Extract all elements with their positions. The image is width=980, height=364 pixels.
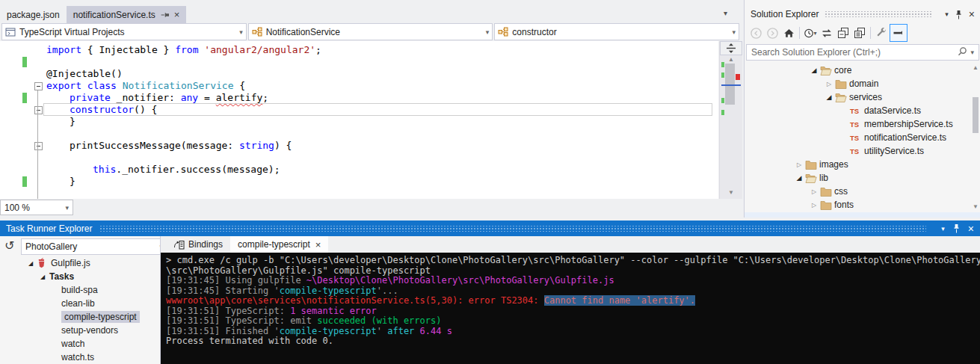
expanded-arrow-icon[interactable]: ◢: [793, 174, 805, 182]
pending-changes-icon[interactable]: ▾: [802, 25, 819, 41]
collapsed-arrow-icon[interactable]: ▷: [823, 81, 835, 87]
profile-dropdown-value: PhotoGallery: [25, 241, 156, 252]
scroll-down-icon[interactable]: ▼: [720, 189, 742, 196]
task-item-compile-typescript[interactable]: compile-typescript: [0, 310, 160, 324]
collapse-region-icon[interactable]: [34, 106, 43, 114]
task-item-watch[interactable]: watch: [0, 337, 160, 351]
window-position-chevron-icon[interactable]: ▾: [945, 10, 949, 18]
code-line[interactable]: constructor() {: [0, 104, 718, 116]
item-label: notificationService.ts: [864, 132, 946, 143]
solution-item-css[interactable]: ▷css: [745, 185, 970, 198]
code-line[interactable]: [0, 188, 718, 199]
solution-item-dataService.ts[interactable]: TSdataService.ts: [745, 104, 970, 117]
window-position-chevron-icon[interactable]: ▾: [941, 225, 945, 232]
search-icon[interactable]: [958, 46, 967, 58]
task-console-output[interactable]: > cmd.exe /c gulp -b "C:\Users\developer…: [161, 253, 980, 364]
refresh-icon[interactable]: ↻: [4, 238, 14, 253]
editor-vertical-scrollbar[interactable]: ▲ ▼: [719, 41, 742, 199]
expanded-arrow-icon[interactable]: ◢: [823, 93, 835, 101]
item-label: core: [834, 65, 851, 75]
solution-item-images[interactable]: ▷images: [745, 158, 970, 171]
drag-grip[interactable]: [825, 11, 933, 17]
output-tab-Bindings[interactable]: Bindings: [166, 236, 230, 253]
task-runner-explorer-panel: Task Runner Explorer ▾ × ↻ PhotoGallery …: [0, 220, 980, 364]
pin-icon[interactable]: [952, 223, 961, 233]
code-line[interactable]: [0, 152, 718, 164]
member-dropdown[interactable]: constructor ▾: [494, 23, 739, 40]
zoom-select[interactable]: 100 % ▾: [0, 200, 73, 215]
folder-icon: [820, 187, 834, 197]
close-icon[interactable]: ×: [969, 8, 975, 20]
solution-explorer-titlebar[interactable]: Solution Explorer ▾ ×: [745, 6, 980, 22]
pin-icon[interactable]: [161, 11, 170, 19]
item-label: css: [834, 186, 848, 197]
close-icon[interactable]: ×: [315, 240, 321, 250]
solution-item-services[interactable]: ◢services: [745, 90, 970, 104]
collapsed-arrow-icon[interactable]: ▷: [793, 161, 805, 168]
task-item-watch.ts[interactable]: watch.ts: [0, 351, 160, 364]
code-line[interactable]: }: [0, 176, 718, 188]
code-line[interactable]: @Injectable(): [0, 68, 718, 80]
chevron-down-icon: ▾: [486, 28, 490, 36]
collapse-region-icon[interactable]: [34, 82, 43, 90]
folder-icon: [835, 79, 849, 89]
solution-item-utilityService.ts[interactable]: TSutilityService.ts: [745, 144, 970, 158]
code-line[interactable]: printSuccessMessage(message: string) {: [0, 140, 718, 152]
forward-icon[interactable]: [764, 25, 780, 41]
type-dropdown[interactable]: NotificationService ▾: [248, 23, 493, 40]
editor-splitter-handle[interactable]: [720, 41, 742, 55]
collapsed-arrow-icon[interactable]: ▷: [808, 202, 820, 209]
scrollbar-thumb[interactable]: [973, 97, 979, 133]
code-line[interactable]: }: [0, 116, 718, 128]
collapse-all-icon[interactable]: [835, 25, 851, 41]
search-input[interactable]: Search Solution Explorer (Ctrl+;) ▾: [746, 44, 979, 61]
scroll-down-icon[interactable]: ▼: [971, 203, 980, 210]
profile-dropdown[interactable]: PhotoGallery ▾: [21, 238, 167, 255]
expanded-arrow-icon[interactable]: ◢: [36, 274, 49, 280]
task-item-Tasks[interactable]: ◢Tasks: [0, 270, 160, 283]
task-item-clean-lib[interactable]: clean-lib: [0, 297, 160, 310]
solution-item-core[interactable]: ◢core: [745, 64, 970, 77]
preview-selected-icon[interactable]: [890, 24, 907, 42]
code-line[interactable]: [0, 56, 718, 68]
tab-list-chevron-icon[interactable]: ▾: [724, 9, 727, 17]
collapsed-arrow-icon[interactable]: ▷: [808, 188, 820, 195]
task-item-build-spa[interactable]: build-spa: [0, 283, 160, 297]
solution-item-notificationService.ts[interactable]: TSnotificationService.ts: [745, 131, 970, 144]
pin-icon[interactable]: [955, 10, 963, 19]
code-line[interactable]: this._notifier.success(message);: [0, 164, 718, 176]
document-tab-package.json[interactable]: package.json: [0, 6, 67, 23]
close-icon[interactable]: ×: [968, 223, 974, 235]
code-editor[interactable]: import { Injectable } from 'angular2/ang…: [0, 41, 718, 199]
back-icon[interactable]: [748, 25, 764, 41]
document-tab-notificationService.ts[interactable]: notificationService.ts×: [67, 6, 187, 23]
search-options-chevron-icon[interactable]: ▾: [970, 49, 974, 56]
solution-item-lib[interactable]: ◢lib: [745, 171, 970, 185]
tree-scrollbar[interactable]: ▲ ▼: [971, 64, 980, 210]
task-item-setup-vendors[interactable]: setup-vendors: [0, 324, 160, 337]
task-item-Gulpfile.js[interactable]: ◢Gulpfile.js: [0, 256, 160, 270]
code-line[interactable]: private _notifier: any = alertify;: [0, 92, 718, 104]
solution-item-fonts[interactable]: ▷fonts: [745, 198, 970, 212]
expanded-arrow-icon[interactable]: ◢: [808, 67, 820, 74]
project-dropdown[interactable]: TypeScript Virtual Projects ▾: [1, 23, 247, 40]
solution-item-domain[interactable]: ▷domain: [745, 77, 970, 90]
close-icon[interactable]: ×: [174, 10, 180, 19]
code-line[interactable]: export class NotificationService {: [0, 80, 718, 92]
change-mark: [721, 110, 724, 115]
output-tab-compile-typescript[interactable]: compile-typescript×: [230, 236, 328, 253]
copy-docs-icon[interactable]: [851, 25, 868, 41]
console-line: [19:31:45] Using gulpfile ~\Desktop\Clon…: [166, 276, 980, 286]
drag-grip[interactable]: [99, 226, 926, 232]
ts-icon: TS: [850, 147, 864, 155]
collapse-region-icon[interactable]: [34, 142, 43, 150]
solution-item-membershipService.ts[interactable]: TSmembershipService.ts: [745, 117, 970, 131]
expanded-arrow-icon[interactable]: ◢: [24, 260, 37, 267]
properties-icon[interactable]: [873, 25, 890, 41]
scroll-up-icon[interactable]: ▲: [971, 64, 980, 71]
home-icon[interactable]: [780, 25, 797, 41]
code-line[interactable]: [0, 128, 718, 140]
code-line[interactable]: import { Injectable } from 'angular2/ang…: [0, 44, 718, 56]
task-runner-titlebar[interactable]: Task Runner Explorer ▾ ×: [0, 220, 980, 236]
sync-icon[interactable]: [819, 25, 835, 41]
